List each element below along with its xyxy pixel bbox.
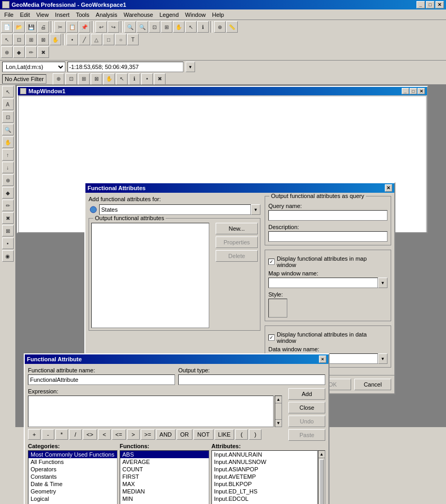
func-item-4[interactable]: MAX (120, 480, 209, 488)
tb-pan[interactable]: ✋ (173, 21, 185, 33)
op-minus[interactable]: - (42, 429, 54, 440)
dialog-fa-layer-arrow[interactable]: ▼ (251, 204, 260, 215)
data-window-name-arrow[interactable]: ▼ (378, 353, 387, 364)
filter-tb4[interactable]: ⊠ (91, 73, 102, 85)
attr-item-4[interactable]: Input.BLKPOP (212, 480, 317, 488)
coord-unit-select[interactable]: Lon,Lat(d:m:s) (2, 62, 65, 72)
fa2-expr-scrollbar[interactable]: ▲ ▼ (275, 396, 282, 427)
tb-measure[interactable]: 📏 (226, 21, 238, 33)
tb-draw-rect[interactable]: □ (103, 34, 114, 45)
menu-window[interactable]: Window (182, 11, 209, 19)
op-plus[interactable]: + (28, 429, 41, 440)
fa2-add-btn[interactable]: Add (288, 388, 325, 400)
left-tool-6[interactable]: ↑ (2, 149, 14, 161)
tb-paste[interactable]: 📌 (79, 21, 90, 33)
func-item-2[interactable]: COUNT (120, 466, 209, 473)
func-item-1[interactable]: AVERAGE (120, 458, 209, 466)
cat-item-0[interactable]: Most Commonly Used Functions (28, 451, 117, 458)
dialog-fa-delete-btn[interactable]: Delete (216, 250, 258, 262)
filter-tb1[interactable]: ⊕ (53, 73, 64, 85)
tb-del[interactable]: ✖ (37, 46, 49, 58)
description-input[interactable] (268, 231, 387, 242)
coord-dropdown-btn[interactable]: ▼ (186, 62, 195, 72)
menu-view[interactable]: View (33, 11, 52, 19)
left-tool-14[interactable]: ◉ (2, 250, 14, 262)
filter-tb7[interactable]: ℹ (129, 73, 140, 85)
left-tool-12[interactable]: ⊠ (2, 225, 14, 236)
attr-scrollbar[interactable]: ▲ ▼ (318, 450, 325, 504)
op-like[interactable]: LIKE (215, 429, 235, 440)
cat-item-6[interactable]: Logical (28, 495, 117, 502)
left-tool-9[interactable]: ◆ (2, 187, 14, 199)
cat-item-5[interactable]: Geometry (28, 488, 117, 495)
func-item-6[interactable]: MIN (120, 495, 209, 502)
tb-feature[interactable]: ⊕ (214, 21, 226, 33)
fa2-expression-input[interactable] (28, 396, 274, 427)
map-close-btn[interactable]: ✕ (418, 88, 425, 94)
filter-tb5[interactable]: ✋ (103, 73, 115, 85)
fa2-paste-btn[interactable]: Paste (288, 429, 325, 441)
coord-value-input[interactable] (67, 62, 183, 72)
map-window-title-bar[interactable]: MapWindow1 _ □ ✕ (18, 87, 427, 95)
left-tool-10[interactable]: ✏ (2, 200, 14, 211)
op-rparen[interactable]: ) (249, 429, 261, 440)
menu-analysis[interactable]: Analysis (93, 11, 121, 19)
fa2-output-type-input[interactable] (178, 374, 325, 385)
tb-zoom-out[interactable]: 🔍 (137, 21, 148, 33)
filter-tb3[interactable]: ⊞ (78, 73, 90, 85)
tb-open[interactable]: 📂 (13, 21, 25, 33)
left-tool-8[interactable]: ⊕ (2, 174, 14, 186)
attr-item-6[interactable]: Input.EDCOL (212, 495, 317, 502)
left-tool-3[interactable]: ⊡ (2, 111, 14, 123)
tb-zoom-in[interactable]: 🔍 (124, 21, 136, 33)
left-tool-7[interactable]: ↓ (2, 162, 14, 173)
filter-tb8[interactable]: • (141, 73, 153, 85)
left-tool-2[interactable]: A (2, 98, 14, 110)
func-item-5[interactable]: MEDIAN (120, 488, 209, 495)
map-window-name-arrow[interactable]: ▼ (378, 278, 387, 288)
attr-item-3[interactable]: Input.AVETEMP (212, 473, 317, 480)
tb-id[interactable]: ℹ (197, 21, 209, 33)
attributes-list[interactable]: Input.ANNULRAIN Input.ANNULSNOW Input.AS… (211, 450, 318, 504)
op-lte[interactable]: <= (112, 429, 126, 440)
maximize-button[interactable]: □ (426, 1, 434, 8)
tb-node[interactable]: ◆ (13, 46, 25, 58)
menu-edit[interactable]: Edit (17, 11, 33, 19)
menu-insert[interactable]: Insert (52, 11, 73, 19)
left-tool-1[interactable]: ↖ (2, 86, 14, 97)
menu-legend[interactable]: Legend (156, 11, 182, 19)
left-tool-13[interactable]: • (2, 238, 14, 249)
filter-tb9[interactable]: ✖ (154, 73, 166, 85)
cat-item-4[interactable]: Date & Time (28, 480, 117, 488)
op-and[interactable]: AND (156, 429, 176, 440)
left-tool-11[interactable]: ✖ (2, 212, 14, 224)
attr-item-1[interactable]: Input.ANNULSNOW (212, 458, 317, 466)
tb-draw-text[interactable]: T (127, 34, 139, 45)
dialog-fa-close-btn[interactable]: ✕ (385, 184, 392, 192)
tb-new[interactable]: 📄 (1, 21, 13, 33)
tb-select-tool[interactable]: ↖ (1, 34, 13, 45)
categories-list[interactable]: Most Commonly Used Functions All Functio… (28, 450, 118, 504)
tb-zoom-sel[interactable]: ⊞ (161, 21, 172, 33)
map-window-name-select[interactable] (268, 278, 378, 288)
tb-zoom-full[interactable]: ⊡ (149, 21, 160, 33)
dialog-fa-cancel-btn[interactable]: Cancel (354, 379, 391, 390)
menu-warehouse[interactable]: Warehouse (121, 11, 157, 19)
op-ne[interactable]: <> (83, 429, 97, 440)
dialog-fa2-title-bar[interactable]: Functional Attribute × (25, 354, 328, 364)
cat-item-3[interactable]: Constants (28, 473, 117, 480)
dialog-fa-layer-input[interactable]: States (99, 204, 251, 215)
op-lparen[interactable]: ( (235, 429, 248, 440)
display-data-checkbox[interactable]: ✓ (268, 334, 275, 341)
attr-item-5[interactable]: Input.ED_LT_HS (212, 488, 317, 495)
tb-edit[interactable]: ✏ (25, 46, 37, 58)
menu-help[interactable]: Help (209, 11, 227, 19)
op-not[interactable]: NOT (193, 429, 213, 440)
func-item-3[interactable]: FIRST (120, 473, 209, 480)
menu-tools[interactable]: Tools (73, 11, 93, 19)
func-item-0[interactable]: ABS (120, 451, 209, 458)
filter-tb6[interactable]: ↖ (116, 73, 128, 85)
tb-draw-point[interactable]: • (66, 34, 78, 45)
fa2-attr-name-input[interactable] (28, 374, 175, 385)
query-name-input[interactable] (268, 210, 387, 221)
